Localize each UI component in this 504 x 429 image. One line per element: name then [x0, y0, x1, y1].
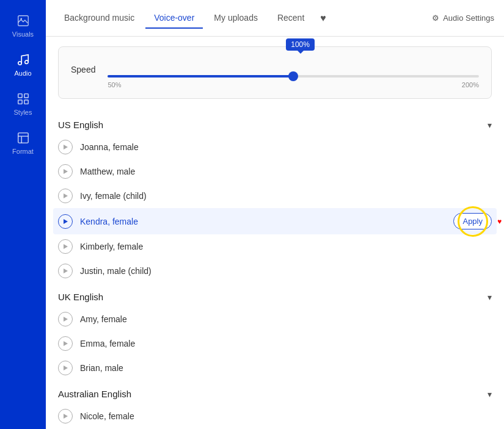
play-btn-joanna[interactable]	[58, 140, 73, 154]
voice-name-nicole: Nicole, female	[80, 411, 134, 421]
voice-name-matthew: Matthew, male	[80, 167, 135, 176]
section-title-us-english: US English	[58, 120, 103, 130]
speed-label: Speed	[71, 65, 95, 74]
apply-button[interactable]: Apply	[453, 213, 492, 229]
play-btn-matthew[interactable]	[58, 164, 73, 179]
voice-item-joanna[interactable]: Joanna, female	[58, 135, 492, 159]
svg-marker-13	[64, 244, 68, 249]
speed-control: Speed 100% 50% 200%	[58, 46, 492, 99]
section-header-us-english[interactable]: US English ▾	[58, 111, 492, 135]
voice-item-ivy[interactable]: Ivy, female (child)	[58, 184, 492, 208]
svg-marker-15	[64, 317, 68, 322]
chevron-down-icon-au: ▾	[488, 389, 492, 399]
svg-marker-18	[64, 414, 68, 419]
sidebar-item-styles-label: Styles	[14, 109, 32, 116]
tab-my-uploads[interactable]: My uploads	[205, 8, 266, 29]
voice-item-kendra[interactable]: Kendra, female Apply ♥	[53, 208, 497, 234]
chevron-down-icon-us: ▾	[488, 120, 492, 130]
speed-value-bubble: 100%	[286, 38, 315, 51]
svg-marker-9	[64, 145, 68, 150]
image-icon	[16, 13, 31, 28]
play-btn-justin[interactable]	[58, 264, 73, 278]
sidebar-item-format-label: Format	[12, 148, 34, 155]
section-title-australian-english: Australian English	[58, 389, 131, 399]
sidebar-item-audio[interactable]: Audio	[0, 45, 46, 84]
svg-rect-7	[24, 100, 27, 104]
svg-marker-11	[64, 193, 68, 198]
play-btn-nicole[interactable]	[58, 409, 73, 424]
main-panel: Background music Voice-over My uploads R…	[46, 0, 504, 429]
tab-recent[interactable]: Recent	[269, 8, 313, 29]
play-btn-brian[interactable]	[58, 361, 73, 375]
section-header-uk-english[interactable]: UK English ▾	[58, 283, 492, 307]
voice-item-matthew[interactable]: Matthew, male	[58, 159, 492, 184]
speed-slider-thumb[interactable]	[288, 71, 298, 81]
voice-item-amy[interactable]: Amy, female	[58, 307, 492, 331]
sidebar-item-styles[interactable]: Styles	[0, 84, 46, 123]
voice-name-amy: Amy, female	[80, 314, 127, 324]
sidebar: Visuals Audio Styles	[0, 0, 46, 429]
voice-name-kimberly: Kimberly, female	[80, 242, 143, 251]
gear-icon: ⚙	[432, 13, 439, 23]
play-btn-kimberly[interactable]	[58, 239, 73, 254]
voice-name-kendra: Kendra, female	[80, 217, 138, 226]
svg-marker-12	[64, 219, 68, 224]
tab-favorites[interactable]: ♥	[315, 8, 331, 29]
audio-settings-label: Audio Settings	[443, 13, 494, 23]
audio-settings-button[interactable]: ⚙ Audio Settings	[432, 13, 494, 23]
format-icon	[16, 131, 31, 145]
svg-point-3	[24, 60, 28, 64]
voice-item-brian[interactable]: Brian, male	[58, 356, 492, 380]
svg-marker-10	[64, 169, 68, 174]
play-btn-amy[interactable]	[58, 312, 73, 326]
svg-marker-16	[64, 341, 68, 346]
apply-button-container: Apply ♥	[453, 213, 492, 229]
favorite-heart-icon: ♥	[497, 217, 502, 226]
styles-icon	[16, 92, 31, 106]
svg-marker-17	[64, 366, 68, 370]
content-area: Speed 100% 50% 200% US English ▾	[46, 37, 504, 429]
play-btn-emma[interactable]	[58, 336, 73, 351]
voice-name-brian: Brian, male	[80, 363, 123, 373]
svg-point-2	[18, 62, 21, 65]
section-uk-english: UK English ▾ Amy, female Emma, female	[58, 283, 492, 380]
speed-slider-labels: 50% 200%	[108, 81, 479, 88]
speed-min-label: 50%	[108, 81, 121, 88]
voice-name-justin: Justin, male (child)	[80, 266, 152, 276]
svg-rect-6	[18, 100, 21, 104]
voice-item-nicole[interactable]: Nicole, female	[58, 404, 492, 428]
play-btn-ivy[interactable]	[58, 189, 73, 203]
voice-item-justin[interactable]: Justin, male (child)	[58, 259, 492, 283]
play-btn-kendra[interactable]	[58, 214, 73, 229]
sidebar-item-format[interactable]: Format	[0, 123, 46, 162]
sidebar-item-visuals[interactable]: Visuals	[0, 6, 46, 45]
voice-name-joanna: Joanna, female	[80, 142, 139, 152]
chevron-down-icon-uk: ▾	[488, 292, 492, 302]
sidebar-item-visuals-label: Visuals	[12, 31, 34, 38]
tab-background-music[interactable]: Background music	[56, 8, 143, 29]
section-header-australian-english[interactable]: Australian English ▾	[58, 380, 492, 404]
section-australian-english: Australian English ▾ Nicole, female Russ…	[58, 380, 492, 429]
speed-max-label: 200%	[462, 81, 479, 88]
speed-slider-track	[108, 75, 479, 78]
section-us-english: US English ▾ Joanna, female Matthew, mal…	[58, 111, 492, 283]
svg-rect-4	[18, 94, 21, 98]
svg-rect-5	[24, 94, 27, 98]
tab-voice-over[interactable]: Voice-over	[145, 8, 203, 29]
voice-name-emma: Emma, female	[80, 339, 135, 348]
speed-slider-fill	[108, 75, 293, 78]
section-title-uk-english: UK English	[58, 292, 103, 302]
sidebar-item-audio-label: Audio	[14, 70, 31, 77]
tab-bar: Background music Voice-over My uploads R…	[46, 0, 504, 37]
voice-item-kimberly[interactable]: Kimberly, female	[58, 234, 492, 259]
voice-name-ivy: Ivy, female (child)	[80, 191, 147, 201]
svg-marker-14	[64, 269, 68, 273]
voice-item-emma[interactable]: Emma, female	[58, 331, 492, 356]
svg-rect-8	[18, 133, 28, 143]
music-icon	[16, 52, 31, 67]
